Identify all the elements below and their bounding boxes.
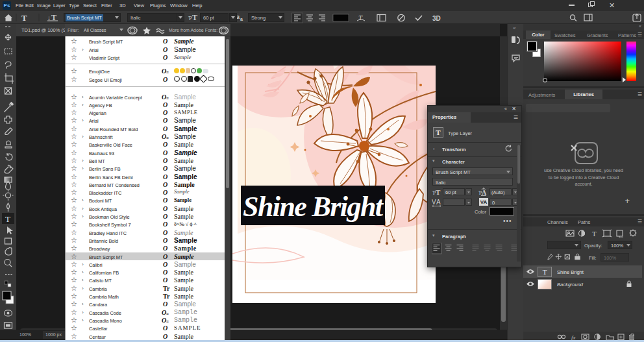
- svg-text:A: A: [436, 199, 441, 206]
- svg-text:T: T: [51, 13, 56, 22]
- svg-text:T: T: [436, 188, 441, 196]
- svg-text:T: T: [592, 230, 597, 238]
- svg-text:T: T: [5, 214, 10, 224]
- svg-text:T: T: [21, 13, 27, 23]
- svg-text:T: T: [192, 13, 197, 22]
- svg-text:Shine Bright: Shine Bright: [243, 191, 384, 223]
- svg-text:V: V: [432, 199, 436, 206]
- svg-text:↓: ↓: [47, 14, 51, 21]
- svg-text:a: a: [240, 17, 243, 21]
- svg-text:fx: fx: [571, 334, 576, 341]
- svg-text:3D: 3D: [432, 15, 441, 22]
- svg-text:T: T: [358, 14, 363, 21]
- svg-text:A: A: [482, 189, 487, 196]
